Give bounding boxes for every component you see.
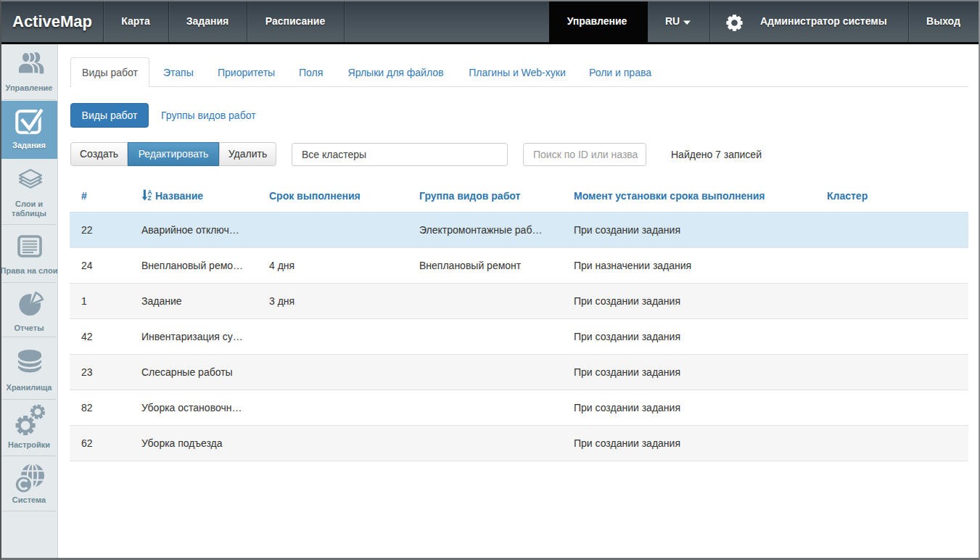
svg-text:Z: Z bbox=[148, 195, 152, 202]
